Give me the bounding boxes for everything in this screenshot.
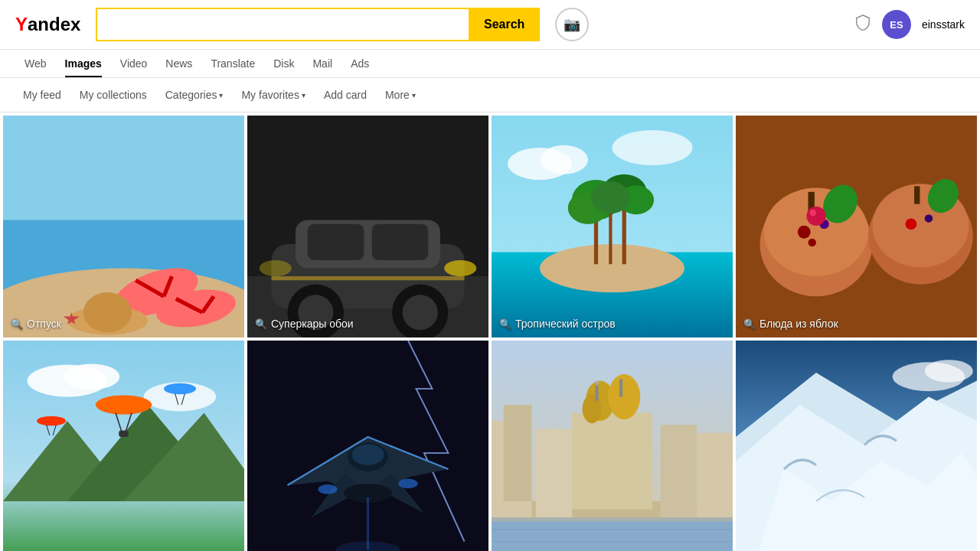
svg-point-76 [318,484,337,494]
tab-news[interactable]: News [156,50,201,77]
svg-point-52 [906,218,917,230]
svg-point-23 [444,260,476,276]
svg-point-24 [260,260,292,276]
search-input[interactable] [96,8,469,41]
image-card-3[interactable]: 🔍 Тропический остров [492,116,733,337]
subnav-myfeed[interactable]: My feed [15,84,69,106]
avatar[interactable]: ES [882,10,911,39]
svg-rect-66 [119,431,129,437]
svg-rect-18 [372,224,429,260]
svg-rect-97 [492,517,733,551]
image-card-6[interactable] [247,341,488,551]
svg-point-30 [612,130,693,165]
search-button[interactable]: Search [469,8,540,41]
svg-point-54 [806,207,825,226]
image-card-4[interactable]: 🔍 Блюда из яблок [736,116,977,337]
nav-tabs: Web Images Video News Translate Disk Mai… [0,50,980,78]
svg-point-45 [798,226,811,239]
categories-chevron: ▾ [219,91,223,99]
svg-point-39 [591,181,629,214]
tab-ads[interactable]: Ads [341,50,378,77]
svg-point-22 [403,295,438,330]
card2-label: 🔍 Суперкары обои [255,318,354,330]
svg-point-47 [808,239,817,247]
svg-point-89 [608,374,640,419]
subnav-myfavorites[interactable]: My favorites ▾ [234,84,312,106]
subnav-mycollections[interactable]: My collections [72,84,155,106]
svg-point-90 [583,394,602,423]
card3-label: 🔍 Тропический остров [499,318,616,330]
logo-y: Y [15,14,28,35]
svg-point-105 [925,360,973,382]
image-card-1[interactable]: 🔍 Отпуск [3,116,244,337]
subnav-more[interactable]: More ▾ [377,84,423,106]
logo-rest: andex [28,14,80,35]
card3-search-icon: 🔍 [499,318,511,330]
camera-button[interactable]: 📷 [555,8,589,41]
svg-point-53 [925,214,933,223]
svg-rect-50 [914,186,920,204]
image-card-7[interactable] [492,341,733,551]
tab-images[interactable]: Images [56,50,111,77]
svg-point-55 [810,210,816,216]
card1-search-icon: 🔍 [11,318,23,330]
svg-rect-86 [536,429,572,518]
tab-disk[interactable]: Disk [264,50,303,77]
subnav-addcard[interactable]: Add card [316,84,374,106]
camera-icon: 📷 [564,16,580,33]
card1-label: 🔍 Отпуск [11,318,61,330]
svg-rect-92 [619,379,622,396]
svg-rect-87 [572,413,652,510]
username[interactable]: einsstark [922,18,965,31]
tab-mail[interactable]: Mail [303,50,341,77]
subnav-categories[interactable]: Categories ▾ [158,84,231,106]
header-right: ES einsstark [854,10,965,39]
image-card-8[interactable] [736,341,977,551]
svg-rect-85 [504,405,532,501]
card4-label: 🔍 Блюда из яблок [743,318,838,330]
shield-icon[interactable] [854,14,871,35]
svg-rect-17 [308,224,364,260]
svg-rect-96 [697,433,733,517]
card4-search-icon: 🔍 [743,318,756,330]
svg-rect-91 [595,385,598,401]
svg-point-63 [96,395,152,414]
more-chevron: ▾ [412,91,416,99]
svg-point-67 [164,383,196,395]
svg-point-77 [398,479,417,489]
logo[interactable]: Yandex [15,14,80,35]
favorites-chevron: ▾ [302,91,305,99]
search-bar: Search [96,8,540,41]
image-grid: 🔍 Отпуск [0,112,980,551]
image-card-5[interactable] [3,341,244,551]
svg-rect-25 [272,276,465,280]
card2-search-icon: 🔍 [255,318,267,330]
svg-point-29 [540,145,588,174]
image-card-2[interactable]: 🔍 Суперкары обои [247,116,488,337]
svg-point-75 [352,444,384,465]
tab-web[interactable]: Web [15,50,56,77]
header: Yandex Search 📷 ES einsstark [0,0,980,50]
svg-rect-95 [661,425,697,517]
svg-point-10 [83,292,132,333]
svg-point-70 [37,416,66,426]
tab-video[interactable]: Video [111,50,157,77]
sub-nav: My feed My collections Categories ▾ My f… [0,78,980,112]
svg-point-61 [64,364,120,390]
tab-translate[interactable]: Translate [201,50,264,77]
